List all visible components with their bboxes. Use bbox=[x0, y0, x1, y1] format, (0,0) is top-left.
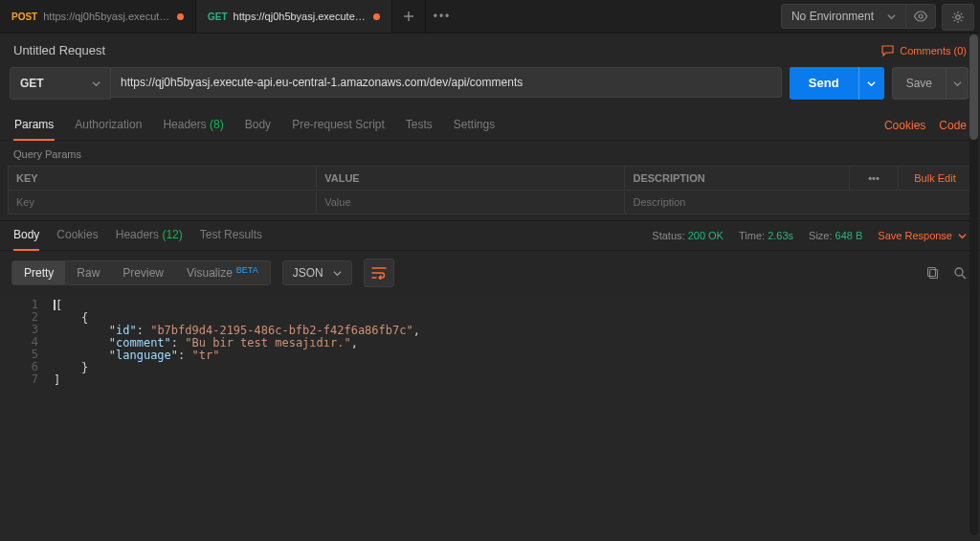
app-root: POSThttps://qj0h5byasj.execute-api...GET… bbox=[0, 0, 980, 541]
col-more[interactable]: ••• bbox=[850, 167, 899, 191]
code-area[interactable]: [ { "id": "b7bfd9d4-2195-486c-bfb2-f42f6… bbox=[48, 295, 980, 541]
scrollbar-thumb[interactable] bbox=[969, 34, 978, 140]
tab-overflow-button[interactable]: ••• bbox=[426, 0, 458, 33]
col-description: DESCRIPTION bbox=[625, 167, 850, 191]
unsaved-dot-icon bbox=[177, 13, 184, 20]
copy-button[interactable] bbox=[924, 264, 942, 282]
tab-title: https://qj0h5byasj.execute-api... bbox=[43, 11, 171, 22]
svg-rect-3 bbox=[928, 268, 936, 277]
size-value: 648 B bbox=[835, 230, 863, 241]
view-pretty[interactable]: Pretty bbox=[12, 261, 65, 284]
environment-select[interactable]: No Environment bbox=[782, 4, 905, 29]
format-select[interactable]: JSON bbox=[282, 260, 352, 285]
copy-icon bbox=[926, 266, 940, 280]
size-label: Size: bbox=[809, 230, 832, 241]
save-options-button[interactable] bbox=[946, 68, 968, 99]
response-tabs: Body Cookies Headers (12) Test Results S… bbox=[0, 220, 980, 251]
code-link[interactable]: Code bbox=[939, 119, 967, 132]
tab-headers-label: Headers bbox=[163, 118, 206, 131]
tab-method-badge: POST bbox=[11, 11, 37, 22]
chevron-down-icon bbox=[333, 269, 342, 278]
new-tab-button[interactable] bbox=[392, 0, 426, 33]
status-value: 200 OK bbox=[688, 230, 724, 241]
beta-badge: BETA bbox=[236, 265, 258, 275]
comments-button[interactable]: Comments (0) bbox=[881, 45, 967, 56]
send-options-button[interactable] bbox=[858, 67, 884, 100]
col-value: VALUE bbox=[317, 167, 625, 191]
gear-icon bbox=[951, 11, 965, 24]
environment-quicklook-button[interactable] bbox=[905, 4, 935, 29]
request-right-links: Cookies Code bbox=[884, 119, 967, 132]
table-row[interactable]: Key Value Description bbox=[9, 191, 972, 214]
view-visualize[interactable]: VisualizeBETA bbox=[175, 261, 270, 284]
resp-tab-headers[interactable]: Headers (12) bbox=[116, 220, 183, 251]
search-button[interactable] bbox=[951, 264, 969, 282]
resp-tab-cookies[interactable]: Cookies bbox=[56, 220, 98, 251]
visualize-label: Visualize bbox=[187, 266, 233, 280]
request-subtabs: Params Authorization Headers (8) Body Pr… bbox=[0, 111, 980, 141]
response-editor[interactable]: 1234567 [ { "id": "b7bfd9d4-2195-486c-bf… bbox=[0, 295, 980, 541]
line-gutter: 1234567 bbox=[0, 295, 48, 541]
bulk-edit-button[interactable]: Bulk Edit bbox=[914, 172, 955, 184]
send-button[interactable]: Send bbox=[790, 67, 858, 98]
description-cell[interactable]: Description bbox=[625, 191, 972, 214]
chevron-down-icon bbox=[953, 79, 962, 88]
status-label: Status: bbox=[652, 230, 684, 241]
headers-count: (8) bbox=[210, 118, 224, 131]
time-label: Time: bbox=[739, 230, 765, 241]
wrap-icon bbox=[371, 266, 387, 280]
search-icon bbox=[953, 266, 967, 280]
tab-method-badge: GET bbox=[208, 11, 228, 22]
request-title: Untitled Request bbox=[13, 43, 105, 57]
query-params-table: KEY VALUE DESCRIPTION ••• Bulk Edit Key … bbox=[8, 166, 972, 214]
environment-label: No Environment bbox=[791, 10, 874, 23]
query-params-title: Query Params bbox=[0, 141, 980, 166]
address-bar: GET Send Save bbox=[0, 67, 980, 111]
resp-tab-headers-label: Headers bbox=[116, 228, 159, 241]
view-mode-segment: Pretty Raw Preview VisualizeBETA bbox=[11, 260, 271, 285]
svg-point-1 bbox=[956, 15, 960, 19]
value-cell[interactable]: Value bbox=[317, 191, 625, 214]
format-label: JSON bbox=[293, 266, 323, 280]
chevron-down-icon bbox=[887, 12, 896, 21]
comment-icon bbox=[881, 45, 894, 56]
vertical-scrollbar[interactable] bbox=[969, 34, 978, 535]
resp-tab-testresults[interactable]: Test Results bbox=[200, 220, 262, 251]
col-key: KEY bbox=[9, 167, 317, 191]
key-cell[interactable]: Key bbox=[9, 191, 317, 214]
chevron-down-icon bbox=[958, 232, 967, 240]
url-input[interactable] bbox=[111, 67, 782, 98]
tab-headers[interactable]: Headers (8) bbox=[162, 110, 224, 141]
tab-body[interactable]: Body bbox=[244, 110, 272, 141]
request-tab[interactable]: GEThttps://qj0h5byasj.execute-api... bbox=[196, 0, 392, 33]
method-label: GET bbox=[20, 77, 44, 90]
tab-params[interactable]: Params bbox=[13, 110, 55, 141]
send-group: Send bbox=[790, 67, 884, 100]
svg-point-0 bbox=[919, 14, 923, 18]
view-raw[interactable]: Raw bbox=[65, 261, 111, 284]
tab-tests[interactable]: Tests bbox=[405, 110, 434, 141]
resp-tab-body[interactable]: Body bbox=[13, 220, 39, 251]
method-select[interactable]: GET bbox=[10, 67, 111, 100]
tab-title: https://qj0h5byasj.execute-api... bbox=[234, 11, 368, 22]
cookies-link[interactable]: Cookies bbox=[884, 119, 925, 132]
save-response-button[interactable]: Save Response bbox=[878, 230, 967, 241]
tab-prerequest[interactable]: Pre-request Script bbox=[291, 110, 386, 141]
response-meta: Status: 200 OK Time: 2.63s Size: 648 B S… bbox=[652, 230, 967, 241]
comments-label: Comments (0) bbox=[900, 45, 967, 56]
view-preview[interactable]: Preview bbox=[111, 261, 175, 284]
request-tab[interactable]: POSThttps://qj0h5byasj.execute-api... bbox=[0, 0, 196, 33]
tab-bar: POSThttps://qj0h5byasj.execute-api...GET… bbox=[0, 0, 980, 34]
save-button[interactable]: Save bbox=[893, 68, 946, 99]
tab-authorization[interactable]: Authorization bbox=[74, 110, 143, 141]
tab-settings[interactable]: Settings bbox=[453, 110, 496, 141]
environment-select-group: No Environment bbox=[781, 4, 936, 29]
body-right-tools bbox=[924, 264, 969, 282]
tabbar-spacer bbox=[458, 0, 781, 33]
tabs-host: POSThttps://qj0h5byasj.execute-api...GET… bbox=[0, 0, 392, 33]
body-toolbar: Pretty Raw Preview VisualizeBETA JSON bbox=[0, 251, 980, 295]
wrap-lines-button[interactable] bbox=[364, 259, 394, 287]
environment-settings-button[interactable] bbox=[942, 4, 974, 31]
request-header: Untitled Request Comments (0) bbox=[0, 34, 980, 67]
eye-icon bbox=[913, 11, 928, 22]
